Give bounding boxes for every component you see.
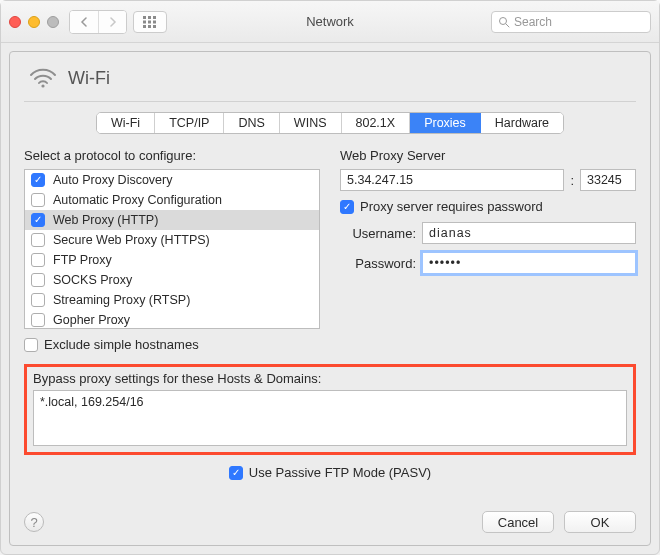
tab-proxies[interactable]: Proxies	[410, 113, 481, 133]
protocol-checkbox[interactable]	[31, 173, 45, 187]
show-all-button[interactable]	[133, 11, 167, 33]
protocol-list[interactable]: Auto Proxy DiscoveryAutomatic Proxy Conf…	[24, 169, 320, 329]
exclude-row[interactable]: Exclude simple hostnames	[24, 337, 320, 352]
svg-point-9	[500, 17, 507, 24]
protocol-row[interactable]: Automatic Proxy Configuration	[25, 190, 319, 210]
protocol-checkbox[interactable]	[31, 313, 45, 327]
tab-wins[interactable]: WINS	[280, 113, 342, 133]
passive-ftp-row[interactable]: Use Passive FTP Mode (PASV)	[24, 465, 636, 480]
svg-point-11	[41, 84, 44, 87]
ok-button[interactable]: OK	[564, 511, 636, 533]
requires-password-label: Proxy server requires password	[360, 199, 543, 214]
protocol-checkbox[interactable]	[31, 213, 45, 227]
protocol-label: Web Proxy (HTTP)	[53, 213, 158, 227]
svg-rect-2	[153, 16, 156, 19]
protocol-label: FTP Proxy	[53, 253, 112, 267]
wifi-icon	[28, 66, 58, 91]
zoom-icon	[47, 16, 59, 28]
titlebar: Network Search	[1, 1, 659, 43]
interface-header: Wi-Fi	[28, 66, 636, 91]
search-icon	[498, 16, 510, 28]
minimize-icon[interactable]	[28, 16, 40, 28]
protocol-row[interactable]: Auto Proxy Discovery	[25, 170, 319, 190]
protocol-checkbox[interactable]	[31, 293, 45, 307]
tab-hardware[interactable]: Hardware	[481, 113, 563, 133]
protocol-row[interactable]: SOCKS Proxy	[25, 270, 319, 290]
network-prefs-window: Network Search Wi-Fi Wi-FiTCP/IPDNSWINS8…	[0, 0, 660, 555]
footer: ? Cancel OK	[24, 501, 636, 533]
search-placeholder: Search	[514, 15, 552, 29]
protocol-row[interactable]: Streaming Proxy (RTSP)	[25, 290, 319, 310]
password-row: Password: ••••••	[340, 252, 636, 274]
svg-rect-0	[143, 16, 146, 19]
forward-button[interactable]	[98, 11, 126, 33]
protocol-label: Gopher Proxy	[53, 313, 130, 327]
svg-rect-1	[148, 16, 151, 19]
server-row: 5.34.247.15 : 33245	[340, 169, 636, 191]
protocol-checkbox[interactable]	[31, 233, 45, 247]
username-row: Username: dianas	[340, 222, 636, 244]
svg-line-10	[506, 24, 509, 27]
exclude-checkbox[interactable]	[24, 338, 38, 352]
password-input[interactable]: ••••••	[422, 252, 636, 274]
protocol-label: Select a protocol to configure:	[24, 148, 320, 163]
password-label: Password:	[340, 256, 416, 271]
protocol-checkbox[interactable]	[31, 253, 45, 267]
protocol-label: Secure Web Proxy (HTTPS)	[53, 233, 210, 247]
protocol-row[interactable]: FTP Proxy	[25, 250, 319, 270]
tab-dns[interactable]: DNS	[224, 113, 279, 133]
close-icon[interactable]	[9, 16, 21, 28]
search-input[interactable]: Search	[491, 11, 651, 33]
protocol-label: Auto Proxy Discovery	[53, 173, 172, 187]
svg-rect-3	[143, 20, 146, 23]
left-column: Select a protocol to configure: Auto Pro…	[24, 148, 320, 352]
right-column: Web Proxy Server 5.34.247.15 : 33245 Pro…	[340, 148, 636, 352]
username-input[interactable]: dianas	[422, 222, 636, 244]
help-button[interactable]: ?	[24, 512, 44, 532]
svg-rect-8	[153, 25, 156, 28]
username-label: Username:	[340, 226, 416, 241]
exclude-label: Exclude simple hostnames	[44, 337, 199, 352]
nav-group	[69, 10, 127, 34]
port-separator: :	[570, 173, 574, 188]
tab-tcpip[interactable]: TCP/IP	[155, 113, 224, 133]
proxy-port-input[interactable]: 33245	[580, 169, 636, 191]
svg-rect-5	[153, 20, 156, 23]
tab-wifi[interactable]: Wi-Fi	[97, 113, 155, 133]
protocol-checkbox[interactable]	[31, 273, 45, 287]
tab-segment: Wi-FiTCP/IPDNSWINS802.1XProxiesHardware	[96, 112, 564, 134]
cancel-button[interactable]: Cancel	[482, 511, 554, 533]
bypass-label: Bypass proxy settings for these Hosts & …	[33, 371, 627, 386]
requires-password-checkbox[interactable]	[340, 200, 354, 214]
sheet: Wi-Fi Wi-FiTCP/IPDNSWINS802.1XProxiesHar…	[9, 51, 651, 546]
requires-password-row[interactable]: Proxy server requires password	[340, 199, 636, 214]
search-wrap: Search	[491, 11, 651, 33]
protocol-row[interactable]: Web Proxy (HTTP)	[25, 210, 319, 230]
window-controls	[9, 16, 59, 28]
back-button[interactable]	[70, 11, 98, 33]
tabstrip: Wi-FiTCP/IPDNSWINS802.1XProxiesHardware	[24, 112, 636, 134]
protocol-label: SOCKS Proxy	[53, 273, 132, 287]
protocol-checkbox[interactable]	[31, 193, 45, 207]
protocol-label: Streaming Proxy (RTSP)	[53, 293, 190, 307]
protocol-row[interactable]: Gopher Proxy	[25, 310, 319, 329]
proxy-host-input[interactable]: 5.34.247.15	[340, 169, 564, 191]
svg-rect-6	[143, 25, 146, 28]
server-label: Web Proxy Server	[340, 148, 636, 163]
body: Select a protocol to configure: Auto Pro…	[24, 148, 636, 352]
bypass-highlight: Bypass proxy settings for these Hosts & …	[24, 364, 636, 455]
protocol-row[interactable]: Secure Web Proxy (HTTPS)	[25, 230, 319, 250]
svg-rect-4	[148, 20, 151, 23]
tab-8021x[interactable]: 802.1X	[342, 113, 411, 133]
interface-name: Wi-Fi	[68, 68, 110, 89]
passive-ftp-checkbox[interactable]	[229, 466, 243, 480]
divider	[24, 101, 636, 102]
bypass-input[interactable]: *.local, 169.254/16	[33, 390, 627, 446]
svg-rect-7	[148, 25, 151, 28]
footer-buttons: Cancel OK	[482, 511, 636, 533]
passive-ftp-label: Use Passive FTP Mode (PASV)	[249, 465, 431, 480]
protocol-label: Automatic Proxy Configuration	[53, 193, 222, 207]
